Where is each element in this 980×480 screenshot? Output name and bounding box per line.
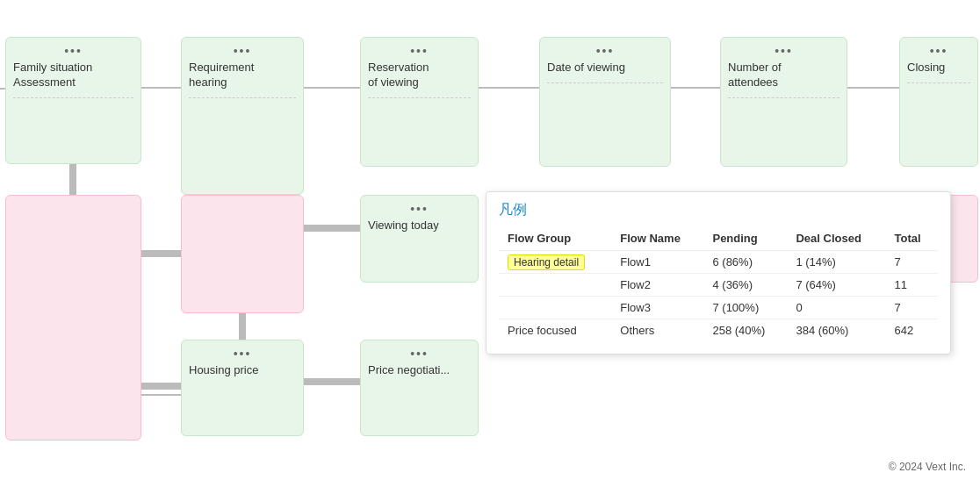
flow-node-date-of-viewing[interactable]: •••Date of viewing xyxy=(539,37,671,167)
legend-row-0: Hearing detailFlow16 (86%)1 (14%)7 xyxy=(499,251,938,274)
legend-deal-2: 0 xyxy=(787,297,885,319)
node-dots-reservation-of-viewing: ••• xyxy=(368,43,471,59)
node-dots-price-negotiation: ••• xyxy=(368,346,471,362)
node-dash-reservation-of-viewing xyxy=(368,97,471,98)
legend-total-0: 7 xyxy=(886,251,938,274)
node-dots-date-of-viewing: ••• xyxy=(547,43,663,59)
legend-group-1 xyxy=(499,274,611,297)
legend-group-2 xyxy=(499,297,611,319)
legend-row-3: Price focusedOthers258 (40%)384 (60%)642 xyxy=(499,319,938,342)
legend-pending-1: 4 (36%) xyxy=(703,274,787,297)
node-label-viewing-today: Viewing today xyxy=(368,219,471,233)
legend-row-2: Flow37 (100%)07 xyxy=(499,297,938,319)
node-dash-requirement-hearing xyxy=(189,97,296,98)
flow-node-housing-price[interactable]: •••Housing price xyxy=(181,340,304,436)
flow-node-closing[interactable]: •••Closing xyxy=(899,37,978,167)
node-dots-closing: ••• xyxy=(907,43,970,59)
legend-pending-3: 258 (40%) xyxy=(703,319,787,342)
node-dots-number-of-attendees: ••• xyxy=(728,43,839,59)
legend-pending-0: 6 (86%) xyxy=(703,251,787,274)
legend-group-0: Hearing detail xyxy=(499,251,611,274)
node-label-reservation-of-viewing: Reservationof viewing xyxy=(368,61,471,90)
flow-node-reservation-of-viewing[interactable]: •••Reservationof viewing xyxy=(360,37,479,167)
legend-deal-1: 7 (64%) xyxy=(787,274,885,297)
legend-pending-2: 7 (100%) xyxy=(703,297,787,319)
node-label-date-of-viewing: Date of viewing xyxy=(547,61,663,75)
legend-name-1: Flow2 xyxy=(611,274,703,297)
legend-row-1: Flow24 (36%)7 (64%)11 xyxy=(499,274,938,297)
flow-node-pink-family[interactable] xyxy=(5,195,141,441)
col-flow-name: Flow Name xyxy=(611,228,703,251)
node-label-number-of-attendees: Number ofattendees xyxy=(728,61,839,90)
node-dash-closing xyxy=(907,82,970,83)
legend-group-3: Price focused xyxy=(499,319,611,342)
col-deal-closed: Deal Closed xyxy=(787,228,885,251)
node-label-closing: Closing xyxy=(907,61,970,75)
node-dash-date-of-viewing xyxy=(547,82,663,83)
flow-group-badge-0: Hearing detail xyxy=(508,254,585,270)
node-label-housing-price: Housing price xyxy=(189,363,296,378)
canvas: •••Family situationAssessment•••Requirem… xyxy=(0,0,980,480)
flow-node-pink-req[interactable] xyxy=(181,195,304,313)
legend-total-3: 642 xyxy=(886,319,938,342)
legend-name-0: Flow1 xyxy=(611,251,703,274)
legend-deal-3: 384 (60%) xyxy=(787,319,885,342)
col-flow-group: Flow Group xyxy=(499,228,611,251)
node-label-requirement-hearing: Requirementhearing xyxy=(189,61,296,90)
node-dash-number-of-attendees xyxy=(728,97,839,98)
legend-name-2: Flow3 xyxy=(611,297,703,319)
legend-title: 凡例 xyxy=(499,201,938,219)
flow-node-number-of-attendees[interactable]: •••Number ofattendees xyxy=(720,37,847,167)
node-label-price-negotiation: Price negotiati... xyxy=(368,363,471,378)
legend-total-1: 11 xyxy=(886,274,938,297)
flow-node-price-negotiation[interactable]: •••Price negotiati... xyxy=(360,340,479,436)
flow-node-requirement-hearing[interactable]: •••Requirementhearing xyxy=(181,37,304,195)
flow-node-viewing-today[interactable]: •••Viewing today xyxy=(360,195,479,283)
copyright: © 2024 Vext Inc. xyxy=(889,461,966,473)
node-dots-requirement-hearing: ••• xyxy=(189,43,296,59)
col-pending: Pending xyxy=(703,228,787,251)
node-dots-housing-price: ••• xyxy=(189,346,296,362)
legend-deal-0: 1 (14%) xyxy=(787,251,885,274)
legend-table: Flow Group Flow Name Pending Deal Closed… xyxy=(499,228,938,341)
col-total: Total xyxy=(886,228,938,251)
node-dots-family-situation: ••• xyxy=(13,43,133,59)
legend-name-3: Others xyxy=(611,319,703,342)
legend-total-2: 7 xyxy=(886,297,938,319)
node-dash-family-situation xyxy=(13,97,133,98)
legend-popup: 凡例 Flow Group Flow Name Pending Deal Clo… xyxy=(486,191,951,355)
node-dots-viewing-today: ••• xyxy=(368,201,471,217)
node-label-family-situation: Family situationAssessment xyxy=(13,61,133,90)
flow-node-family-situation[interactable]: •••Family situationAssessment xyxy=(5,37,141,164)
